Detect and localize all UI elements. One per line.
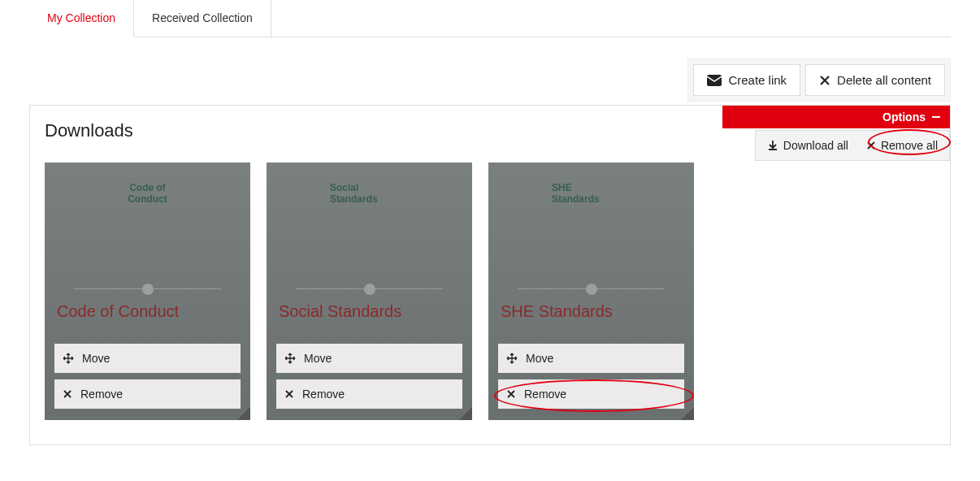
- card-code-of-conduct[interactable]: Code of Conduct Code of Conduct Move Rem…: [45, 162, 250, 420]
- close-icon: [819, 75, 830, 86]
- download-all-button[interactable]: Download all: [759, 134, 856, 157]
- delete-all-button[interactable]: Delete all content: [805, 64, 945, 96]
- close-icon: [506, 389, 516, 399]
- remove-label: Remove: [524, 388, 566, 401]
- move-label: Move: [304, 352, 332, 365]
- card-name: Code of Conduct: [57, 302, 179, 321]
- cards-row: Code of Conduct Code of Conduct Move Rem…: [45, 162, 935, 420]
- toolbar: Create link Delete all content: [687, 58, 951, 102]
- svg-rect-1: [932, 116, 940, 118]
- move-button[interactable]: Move: [498, 344, 684, 373]
- doc-thumb-title: Social Standards: [267, 182, 472, 205]
- move-label: Move: [526, 352, 553, 365]
- remove-button[interactable]: Remove: [54, 379, 241, 409]
- remove-button[interactable]: Remove: [276, 379, 462, 409]
- move-button[interactable]: Move: [276, 344, 462, 373]
- options-bar[interactable]: Options: [722, 106, 950, 128]
- options-label: Options: [882, 110, 926, 124]
- minus-icon: [932, 116, 940, 118]
- create-link-button[interactable]: Create link: [693, 64, 800, 96]
- options-menu: Download all Remove all: [755, 130, 950, 161]
- create-link-label: Create link: [728, 73, 787, 87]
- doc-thumb-title: Code of Conduct: [45, 182, 250, 205]
- close-icon: [284, 389, 294, 399]
- move-icon: [506, 353, 518, 364]
- tab-received-collection[interactable]: Received Collection: [134, 0, 271, 37]
- close-icon: [63, 389, 72, 399]
- remove-all-label: Remove all: [881, 139, 938, 152]
- card-social-standards[interactable]: Social Standards Social Standards Move R…: [267, 162, 472, 420]
- download-all-label: Download all: [783, 139, 848, 152]
- delete-all-label: Delete all content: [837, 73, 931, 87]
- move-icon: [63, 353, 74, 364]
- card-name: SHE Standards: [501, 302, 613, 321]
- doc-thumb-title: SHE Standards: [488, 182, 694, 205]
- download-icon: [767, 140, 778, 151]
- move-label: Move: [82, 352, 110, 365]
- remove-button[interactable]: Remove: [498, 379, 684, 409]
- move-icon: [284, 353, 296, 364]
- downloads-section: Options Download all Remove all Download…: [29, 105, 951, 445]
- mail-icon: [707, 75, 722, 86]
- card-she-standards[interactable]: SHE Standards SHE Standards Move Remove: [488, 162, 694, 420]
- tabs: My Collection Received Collection: [29, 0, 951, 37]
- close-icon: [866, 141, 876, 150]
- svg-rect-0: [707, 75, 722, 86]
- move-button[interactable]: Move: [54, 344, 241, 373]
- card-name: Social Standards: [279, 302, 401, 321]
- remove-all-button[interactable]: Remove all: [858, 134, 946, 157]
- remove-label: Remove: [80, 388, 123, 401]
- remove-label: Remove: [302, 388, 345, 401]
- tab-my-collection[interactable]: My Collection: [29, 0, 134, 37]
